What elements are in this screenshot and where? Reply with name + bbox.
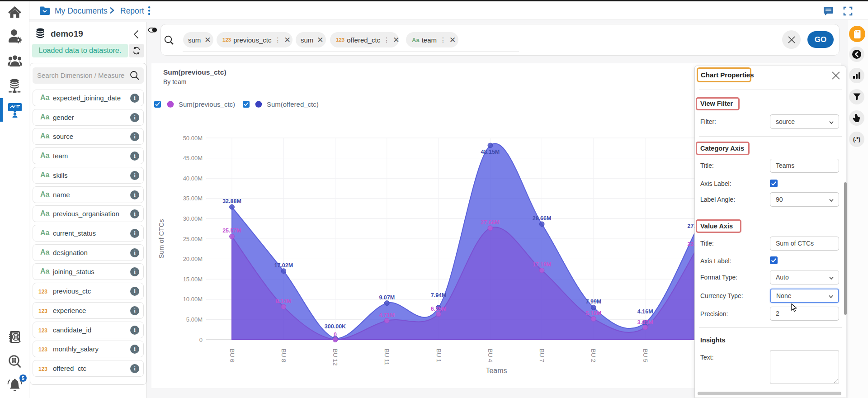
svg-text:50.00M: 50.00M (183, 135, 203, 142)
svg-text:9.07M: 9.07M (379, 294, 395, 301)
svg-text:4.71M: 4.71M (379, 312, 395, 318)
svg-text:BU 12: BU 12 (332, 349, 339, 366)
svg-text:Sum of CTCs: Sum of CTCs (158, 219, 165, 258)
svg-text:BU 1: BU 1 (435, 349, 442, 362)
svg-text:BU 2: BU 2 (590, 349, 597, 362)
svg-text:27.66M: 27.66M (481, 219, 500, 226)
svg-text:Sum(previous_ctc): Sum(previous_ctc) (163, 68, 226, 76)
svg-text:6.35M: 6.35M (431, 306, 447, 312)
svg-text:7.99M: 7.99M (586, 298, 602, 305)
svg-text:0: 0 (199, 336, 203, 343)
svg-text:Sum(previous_ctc): Sum(previous_ctc) (179, 100, 235, 108)
svg-text:3.05M: 3.05M (637, 319, 653, 326)
svg-text:30.00M: 30.00M (183, 215, 203, 222)
svg-text:10.00M: 10.00M (183, 296, 203, 303)
svg-text:20.00M: 20.00M (183, 256, 203, 262)
svg-text:Teams: Teams (486, 367, 507, 374)
svg-text:BU 11: BU 11 (383, 349, 390, 365)
svg-text:15.00M: 15.00M (183, 276, 203, 283)
svg-text:40.00M: 40.00M (183, 175, 203, 182)
svg-text:300.00K: 300.00K (325, 323, 346, 330)
svg-text:25.57M: 25.57M (222, 227, 241, 234)
svg-text:25.00M: 25.00M (183, 236, 203, 242)
svg-text:28.66M: 28.66M (533, 215, 552, 222)
svg-text:32.88M: 32.88M (222, 198, 241, 204)
svg-text:5.16M: 5.16M (586, 310, 602, 317)
svg-text:BU 7: BU 7 (538, 349, 545, 362)
svg-text:0: 0 (334, 332, 337, 338)
svg-text:BU 8: BU 8 (280, 349, 287, 362)
svg-text:45.00M: 45.00M (183, 155, 203, 161)
svg-text:BU 5: BU 5 (642, 349, 649, 362)
svg-text:7.94M: 7.94M (431, 292, 447, 298)
svg-text:BU 4: BU 4 (487, 349, 494, 363)
svg-text:5.00M: 5.00M (186, 316, 203, 323)
svg-text:48.15M: 48.15M (481, 149, 500, 155)
svg-text:Sum(offered_ctc): Sum(offered_ctc) (267, 100, 319, 108)
svg-text:17.02M: 17.02M (274, 262, 293, 269)
svg-text:8.14M: 8.14M (276, 298, 292, 304)
svg-text:By team: By team (163, 78, 186, 85)
svg-text:35.00M: 35.00M (183, 195, 203, 202)
svg-text:4.16M: 4.16M (637, 308, 653, 315)
svg-text:17.19M: 17.19M (533, 261, 552, 268)
svg-text:BU 6: BU 6 (229, 349, 236, 362)
